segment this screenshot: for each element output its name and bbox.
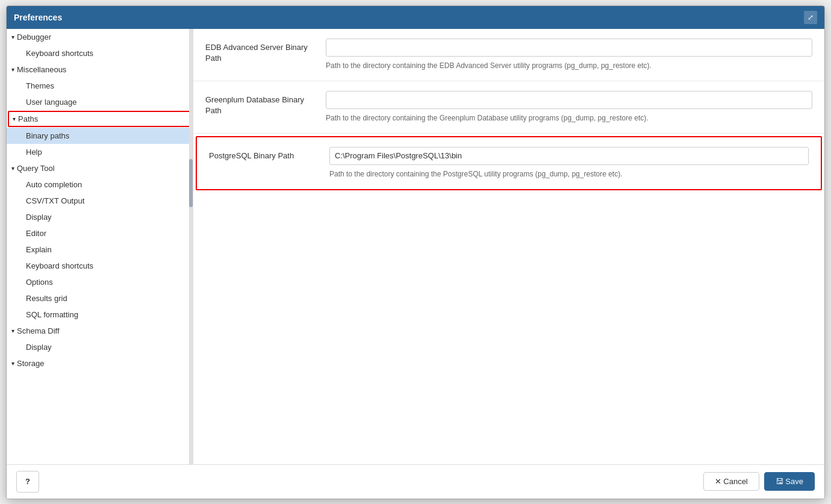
greenplum-row: Greenplum Database Binary Path Path to t… [193,81,824,134]
sidebar-item-help[interactable]: Help [7,144,193,160]
sidebar-scrollbar[interactable] [189,29,193,464]
edb-input[interactable] [326,39,812,57]
sidebar-item-schema-diff-display[interactable]: Display [7,339,193,355]
sidebar-item-query-tool[interactable]: ▾ Query Tool [7,160,193,176]
greenplum-description: Path to the directory containing the Gre… [326,113,812,123]
sidebar: ▾ Debugger Keyboard shortcuts ▾ Miscella… [7,29,193,464]
sidebar-item-display-query[interactable]: Display [7,209,193,225]
postgresql-label: PostgreSQL Binary Path [209,147,329,161]
sidebar-item-label: Query Tool [17,164,55,173]
chevron-right-icon: ▾ [11,360,14,367]
edb-content: Path to the directory containing the EDB… [326,39,812,71]
sidebar-item-label: CSV/TXT Output [26,196,84,205]
sidebar-item-label: Options [26,278,53,287]
preferences-dialog: Preferences ⤢ ▾ Debugger Keyboard shortc… [6,5,825,499]
sidebar-item-results-grid[interactable]: Results grid [7,290,193,306]
sidebar-item-auto-completion[interactable]: Auto completion [7,176,193,193]
sidebar-item-debugger[interactable]: ▾ Debugger [7,29,193,45]
dialog-header: Preferences ⤢ [7,6,824,29]
dialog-title: Preferences [14,13,62,22]
sidebar-item-label: Help [26,148,42,157]
sidebar-item-label: Debugger [17,33,51,42]
sidebar-item-debugger-keyboard-shortcuts[interactable]: Keyboard shortcuts [7,45,193,61]
sidebar-item-editor[interactable]: Editor [7,225,193,241]
sidebar-item-label: Explain [26,245,52,254]
sidebar-item-label: Storage [17,359,45,368]
sidebar-item-storage[interactable]: ▾ Storage [7,355,193,372]
sidebar-item-themes[interactable]: Themes [7,78,193,94]
sidebar-item-label: Themes [26,81,54,90]
dialog-body: ▾ Debugger Keyboard shortcuts ▾ Miscella… [7,29,824,464]
sidebar-item-schema-diff[interactable]: ▾ Schema Diff [7,323,193,339]
chevron-down-icon: ▾ [13,116,16,122]
save-button[interactable]: 🖫 Save [764,472,815,491]
expand-button[interactable]: ⤢ [804,11,817,24]
postgresql-description: Path to the directory containing the Pos… [329,169,809,179]
sidebar-item-label: Auto completion [26,180,82,189]
sidebar-item-explain[interactable]: Explain [7,241,193,258]
greenplum-label: Greenplum Database Binary Path [205,91,326,116]
sidebar-item-miscellaneous[interactable]: ▾ Miscellaneous [7,61,193,78]
sidebar-item-query-keyboard-shortcuts[interactable]: Keyboard shortcuts [7,258,193,274]
chevron-down-icon: ▾ [11,165,14,172]
sidebar-item-label: Binary paths [26,131,69,140]
sidebar-item-label: Display [26,213,52,222]
scrollbar-thumb [189,159,193,207]
postgresql-row: PostgreSQL Binary Path Path to the direc… [196,136,822,190]
greenplum-input[interactable] [326,91,812,109]
sidebar-item-label: Schema Diff [17,326,60,335]
sidebar-item-user-language[interactable]: User language [7,94,193,110]
sidebar-item-label: Results grid [26,294,67,303]
chevron-down-icon: ▾ [11,34,14,40]
sidebar-item-label: Display [26,343,52,352]
sidebar-item-label: Keyboard shortcuts [26,261,93,270]
sidebar-item-paths[interactable]: ▾ Paths [8,111,191,127]
content-rows: EDB Advanced Server Binary Path Path to … [193,29,824,190]
sidebar-item-csv-txt-output[interactable]: CSV/TXT Output [7,193,193,209]
sidebar-item-binary-paths[interactable]: Binary paths [7,128,193,144]
chevron-down-icon: ▾ [11,66,14,73]
chevron-down-icon: ▾ [11,328,14,334]
postgresql-input[interactable] [329,147,809,165]
sidebar-item-sql-formatting[interactable]: SQL formatting [7,306,193,323]
edb-label: EDB Advanced Server Binary Path [205,39,326,64]
sidebar-item-label: Miscellaneous [17,65,66,74]
sidebar-item-options[interactable]: Options [7,274,193,290]
main-content: EDB Advanced Server Binary Path Path to … [193,29,824,464]
sidebar-item-label: User language [26,98,77,107]
help-button[interactable]: ? [16,471,39,493]
dialog-footer: ? ✕ Cancel 🖫 Save [7,464,824,499]
sidebar-item-label: Editor [26,229,46,238]
edb-description: Path to the directory containing the EDB… [326,60,812,71]
sidebar-item-label: Paths [18,114,38,123]
edb-row: EDB Advanced Server Binary Path Path to … [193,29,824,81]
footer-actions: ✕ Cancel 🖫 Save [703,472,815,491]
cancel-button[interactable]: ✕ Cancel [703,472,759,491]
sidebar-item-label: Keyboard shortcuts [26,49,93,58]
greenplum-content: Path to the directory containing the Gre… [326,91,812,123]
postgresql-content: Path to the directory containing the Pos… [329,147,809,179]
sidebar-item-label: SQL formatting [26,310,78,319]
